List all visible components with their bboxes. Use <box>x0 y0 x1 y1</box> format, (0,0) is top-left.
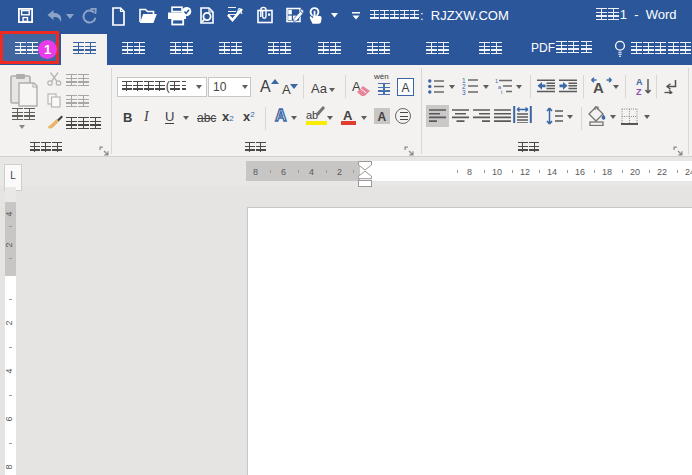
svg-text:i: i <box>501 89 502 94</box>
svg-text:Z: Z <box>636 87 642 96</box>
svg-text:3: 3 <box>462 89 466 96</box>
svg-text:A: A <box>636 77 643 87</box>
